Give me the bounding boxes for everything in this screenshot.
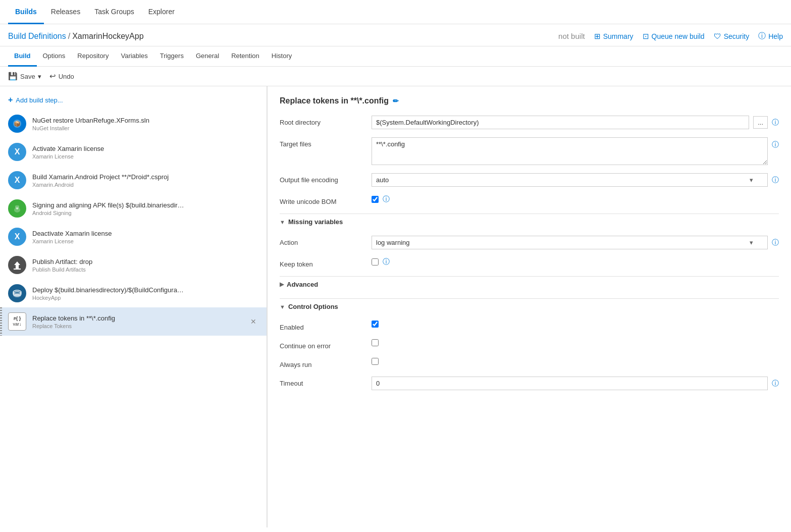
- target-files-input[interactable]: **\*.config: [372, 137, 768, 165]
- save-dropdown-arrow[interactable]: ▾: [38, 73, 41, 80]
- tab-variables[interactable]: Variables: [115, 46, 153, 67]
- breadcrumb-link-build-definitions[interactable]: Build Definitions: [8, 32, 66, 41]
- summary-label: Summary: [603, 32, 634, 40]
- tab-build[interactable]: Build: [8, 46, 37, 67]
- undo-button[interactable]: ↩ Undo: [49, 72, 74, 81]
- root-directory-info-icon[interactable]: ⓘ: [772, 118, 779, 127]
- unicode-bom-checkbox[interactable]: [372, 196, 379, 203]
- always-run-wrap: [372, 358, 779, 365]
- nav-explorer[interactable]: Explorer: [141, 0, 182, 24]
- timeout-input[interactable]: [372, 377, 768, 390]
- keep-token-wrap: ⓘ: [372, 257, 779, 267]
- tab-history[interactable]: History: [266, 46, 298, 67]
- step-xamarin-activate-icon: X: [8, 143, 26, 161]
- step-publish-text: Publish Artifact: drop Publish Build Art…: [32, 258, 258, 273]
- enabled-checkbox[interactable]: [372, 321, 379, 328]
- tab-retention[interactable]: Retention: [225, 46, 266, 67]
- queue-build-button[interactable]: ⊡ Queue new build: [643, 32, 705, 41]
- svg-text:📦: 📦: [14, 120, 21, 127]
- output-encoding-select[interactable]: auto ▾: [372, 173, 768, 187]
- action-select[interactable]: log warning ▾: [372, 236, 768, 249]
- keep-token-info-icon[interactable]: ⓘ: [383, 257, 390, 267]
- step-replace-tokens-close[interactable]: ✕: [248, 316, 258, 327]
- tab-repository[interactable]: Repository: [71, 46, 115, 67]
- enabled-label: Enabled: [280, 321, 365, 331]
- always-run-label: Always run: [280, 358, 365, 368]
- form-row-output-encoding: Output file encoding auto ▾ ⓘ: [280, 173, 779, 187]
- step-xamarin-deactivate-text: Deactivate Xamarin license Xamarin Licen…: [32, 230, 258, 244]
- summary-button[interactable]: ⊞ Summary: [594, 32, 634, 41]
- step-nuget[interactable]: 📦 NuGet restore UrbanRefuge.XForms.sln N…: [0, 110, 267, 138]
- step-apk-sign-icon: [8, 199, 26, 218]
- step-replace-tokens-subtitle: Replace Tokens: [32, 323, 242, 329]
- step-nuget-text: NuGet restore UrbanRefuge.XForms.sln NuG…: [32, 117, 258, 131]
- step-xamarin-deactivate-icon: X: [8, 228, 26, 246]
- step-publish-icon: [8, 256, 26, 274]
- action-wrap: log warning ▾ ⓘ: [372, 236, 779, 249]
- help-button[interactable]: ⓘ Help: [758, 31, 783, 41]
- unicode-bom-checkbox-wrap: [372, 196, 379, 203]
- step-deploy[interactable]: Deploy $(build.binariesdirectory)/$(Buil…: [0, 279, 267, 307]
- continue-on-error-wrap: [372, 339, 779, 346]
- step-apk-sign[interactable]: Signing and aligning APK file(s) $(build…: [0, 194, 267, 223]
- right-panel-title: Replace tokens in **\*.config ✏: [280, 96, 779, 105]
- step-android-build[interactable]: X Build Xamarin.Android Project **/*Droi…: [0, 166, 267, 194]
- edit-title-icon[interactable]: ✏: [393, 97, 399, 105]
- output-encoding-arrow: ▾: [750, 176, 753, 184]
- root-directory-input[interactable]: [372, 116, 749, 129]
- always-run-checkbox[interactable]: [372, 358, 379, 365]
- unicode-bom-info-icon[interactable]: ⓘ: [383, 195, 390, 204]
- security-button[interactable]: 🛡 Security: [714, 32, 750, 40]
- enabled-wrap: [372, 321, 779, 328]
- output-encoding-info-icon[interactable]: ⓘ: [772, 176, 779, 185]
- target-files-wrap: **\*.config ⓘ: [372, 137, 779, 165]
- undo-label: Undo: [59, 73, 74, 80]
- step-android-build-text: Build Xamarin.Android Project **/*Droid*…: [32, 173, 258, 188]
- top-nav: Builds Releases Task Groups Explorer: [0, 0, 791, 24]
- undo-icon: ↩: [49, 72, 56, 81]
- action-value: log warning: [376, 239, 410, 246]
- action-arrow: ▾: [750, 239, 753, 246]
- step-xamarin-deactivate[interactable]: X Deactivate Xamarin license Xamarin Lic…: [0, 223, 267, 251]
- timeout-info-icon[interactable]: ⓘ: [772, 379, 779, 388]
- help-icon: ⓘ: [758, 31, 766, 41]
- nav-builds[interactable]: Builds: [8, 0, 44, 24]
- step-xamarin-deactivate-subtitle: Xamarin License: [32, 238, 258, 244]
- timeout-wrap: ⓘ: [372, 377, 779, 390]
- nav-task-groups[interactable]: Task Groups: [87, 0, 141, 24]
- advanced-title: Advanced: [287, 281, 318, 288]
- save-button[interactable]: 💾 Save ▾: [8, 72, 41, 81]
- tab-triggers[interactable]: Triggers: [154, 46, 190, 67]
- output-encoding-wrap: auto ▾ ⓘ: [372, 173, 779, 187]
- keep-token-checkbox[interactable]: [372, 258, 379, 265]
- control-options-title: Control Options: [288, 303, 338, 310]
- form-row-unicode-bom: Write unicode BOM ⓘ: [280, 195, 779, 205]
- drag-handle: [0, 307, 2, 336]
- action-info-icon[interactable]: ⓘ: [772, 238, 779, 247]
- output-encoding-label: Output file encoding: [280, 173, 365, 184]
- target-files-info-icon[interactable]: ⓘ: [772, 140, 779, 149]
- step-apk-sign-subtitle: Android Signing: [32, 210, 258, 216]
- form-row-keep-token: Keep token ⓘ: [280, 257, 779, 268]
- step-xamarin-activate[interactable]: X Activate Xamarin license Xamarin Licen…: [0, 138, 267, 166]
- breadcrumb-separator: /: [68, 32, 70, 41]
- continue-on-error-checkbox[interactable]: [372, 339, 379, 346]
- step-publish[interactable]: Publish Artifact: drop Publish Build Art…: [0, 251, 267, 279]
- missing-variables-title: Missing variables: [288, 218, 343, 226]
- keep-token-label: Keep token: [280, 257, 365, 268]
- nav-releases[interactable]: Releases: [44, 0, 87, 24]
- step-xamarin-activate-subtitle: Xamarin License: [32, 153, 258, 159]
- tab-general[interactable]: General: [190, 46, 225, 67]
- step-android-build-subtitle: Xamarin.Android: [32, 182, 258, 188]
- control-options-header[interactable]: ▼ Control Options: [280, 298, 779, 314]
- tab-options[interactable]: Options: [37, 46, 72, 67]
- missing-variables-header[interactable]: ▼ Missing variables: [280, 214, 779, 230]
- step-replace-tokens[interactable]: #{ } var↓ Replace tokens in **\*.config …: [0, 307, 267, 336]
- form-row-root-directory: Root directory ... ⓘ: [280, 116, 779, 129]
- advanced-header[interactable]: ▶ Advanced: [280, 276, 779, 292]
- advanced-chevron: ▶: [280, 281, 284, 288]
- timeout-label: Timeout: [280, 377, 365, 387]
- root-directory-browse-button[interactable]: ...: [753, 116, 768, 129]
- add-build-step-button[interactable]: + Add build step...: [0, 92, 267, 110]
- form-row-always-run: Always run: [280, 358, 779, 368]
